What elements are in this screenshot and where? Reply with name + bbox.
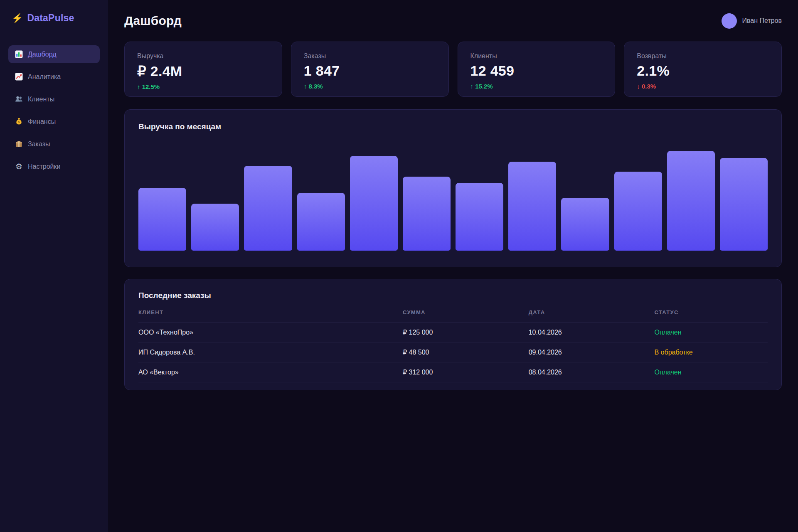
sidebar-item-label: Аналитика <box>28 73 61 81</box>
bar <box>614 172 662 251</box>
stat-value: ₽ 2.4M <box>137 63 269 79</box>
stat-value: 12 459 <box>470 63 603 79</box>
order-date: 10.04.2026 <box>529 323 655 342</box>
col-header-status: СТАТУС <box>654 305 768 323</box>
bar <box>720 158 768 251</box>
user-name: Иван Петров <box>742 17 782 25</box>
sidebar-item-label: Финансы <box>28 118 56 126</box>
stat-trend: ↑ 12.5% <box>137 83 269 90</box>
bar <box>244 166 292 251</box>
order-date: 09.04.2026 <box>529 342 655 362</box>
chart-title: Выручка по месяцам <box>138 122 768 131</box>
bar <box>138 188 186 251</box>
package-icon <box>15 140 23 148</box>
stat-trend: ↑ 8.3% <box>304 83 436 90</box>
sidebar-item-orders[interactable]: Заказы <box>8 135 100 153</box>
order-status: Оплачен <box>654 323 768 342</box>
order-status: Оплачен <box>654 362 768 382</box>
lightning-icon: ⚡ <box>12 13 23 24</box>
col-header-date: ДАТА <box>529 305 655 323</box>
stat-card-revenue: Выручка ₽ 2.4M ↑ 12.5% <box>124 42 282 97</box>
order-client: ООО «ТехноПро» <box>138 323 403 342</box>
bar <box>456 183 503 251</box>
stat-trend: ↓ 0.3% <box>637 83 769 90</box>
sidebar-item-label: Дашборд <box>28 51 57 58</box>
main-content: Дашборд Иван Петров Выручка ₽ 2.4M ↑ 12.… <box>108 0 798 390</box>
table-row[interactable]: ООО «ТехноПро» ₽ 125 000 10.04.2026 Опла… <box>138 323 768 342</box>
bar <box>667 151 715 251</box>
orders-title: Последние заказы <box>138 291 768 300</box>
stat-label: Клиенты <box>470 52 603 60</box>
order-amount: ₽ 312 000 <box>403 362 529 382</box>
table-header-row: КЛИЕНТ СУММА ДАТА СТАТУС <box>138 305 768 323</box>
stat-value: 1 847 <box>304 63 436 79</box>
bar <box>403 177 451 251</box>
revenue-chart-card: Выручка по месяцам <box>124 109 782 267</box>
users-icon <box>15 95 23 103</box>
sidebar: ⚡ DataPulse Дашборд Аналитика Клиенты $ <box>0 0 108 532</box>
sidebar-item-label: Заказы <box>28 140 50 148</box>
bar <box>561 198 609 251</box>
bar <box>297 193 345 251</box>
sidebar-item-label: Настройки <box>28 163 60 170</box>
user-menu[interactable]: Иван Петров <box>722 13 782 29</box>
bar-chart <box>138 151 768 251</box>
stat-card-clients: Клиенты 12 459 ↑ 15.2% <box>458 42 616 97</box>
sidebar-item-settings[interactable]: ⚙ Настройки <box>8 158 100 175</box>
avatar <box>722 13 737 29</box>
table-row[interactable]: ИП Сидорова А.В. ₽ 48 500 09.04.2026 В о… <box>138 342 768 362</box>
sidebar-item-dashboard[interactable]: Дашборд <box>8 45 100 63</box>
bar <box>191 204 239 251</box>
stat-value: 2.1% <box>637 63 769 79</box>
col-header-amount: СУММА <box>403 305 529 323</box>
sidebar-item-clients[interactable]: Клиенты <box>8 90 100 108</box>
table-row[interactable]: АО «Вектор» ₽ 312 000 08.04.2026 Оплачен <box>138 362 768 382</box>
app-name: DataPulse <box>27 12 74 24</box>
stat-trend: ↑ 15.2% <box>470 83 603 90</box>
app-logo: ⚡ DataPulse <box>0 0 108 29</box>
page-header: Дашборд Иван Петров <box>124 12 782 29</box>
bar <box>350 156 398 251</box>
bar <box>508 162 556 251</box>
stats-row: Выручка ₽ 2.4M ↑ 12.5% Заказы 1 847 ↑ 8.… <box>124 42 782 97</box>
page-title: Дашборд <box>124 14 182 28</box>
order-amount: ₽ 48 500 <box>403 342 529 362</box>
chart-increasing-icon <box>15 73 23 81</box>
svg-text:$: $ <box>18 120 20 124</box>
col-header-client: КЛИЕНТ <box>138 305 403 323</box>
stat-label: Заказы <box>304 52 436 60</box>
sidebar-item-finance[interactable]: $ Финансы <box>8 113 100 131</box>
order-client: ИП Сидорова А.В. <box>138 342 403 362</box>
sidebar-nav: Дашборд Аналитика Клиенты $ Финансы Зака… <box>0 29 108 175</box>
money-bag-icon: $ <box>15 118 23 126</box>
sidebar-item-analytics[interactable]: Аналитика <box>8 68 100 86</box>
order-client: АО «Вектор» <box>138 362 403 382</box>
bar-chart-icon <box>15 50 23 58</box>
order-status: В обработке <box>654 342 768 362</box>
order-date: 08.04.2026 <box>529 362 655 382</box>
stat-label: Выручка <box>137 52 269 60</box>
stat-card-returns: Возвраты 2.1% ↓ 0.3% <box>624 42 782 97</box>
stat-card-orders: Заказы 1 847 ↑ 8.3% <box>291 42 449 97</box>
recent-orders-card: Последние заказы КЛИЕНТ СУММА ДАТА СТАТУ… <box>124 279 782 390</box>
sidebar-item-label: Клиенты <box>28 96 54 103</box>
orders-table: КЛИЕНТ СУММА ДАТА СТАТУС ООО «ТехноПро» … <box>138 305 768 382</box>
gear-icon: ⚙ <box>15 163 23 170</box>
stat-label: Возвраты <box>637 52 769 60</box>
order-amount: ₽ 125 000 <box>403 323 529 342</box>
